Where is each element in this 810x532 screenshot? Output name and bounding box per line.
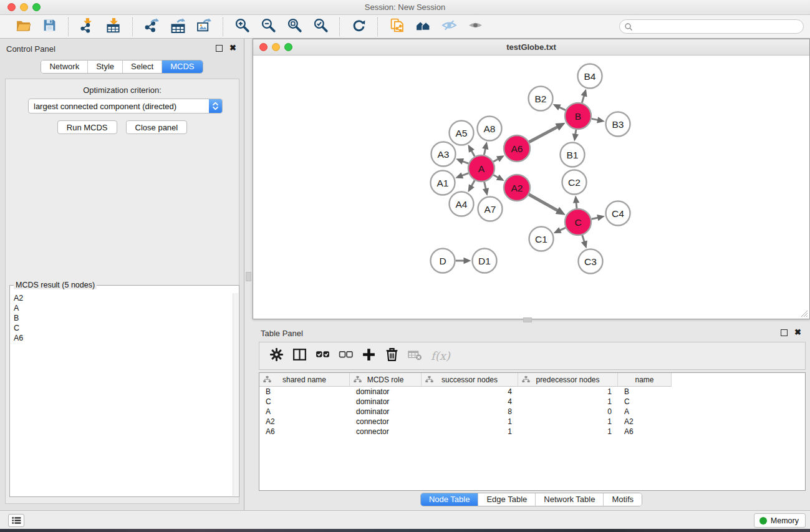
- vertical-splitter-handle[interactable]: [246, 272, 251, 281]
- column-header-predecessor-nodes[interactable]: predecessor nodes: [518, 373, 618, 387]
- deselect-all-columns-button[interactable]: [336, 347, 355, 365]
- cytoscape-application-window: Session: New Session Control Panel ✖ Net…: [0, 0, 810, 532]
- new-network-from-selection-button[interactable]: [387, 17, 406, 36]
- network-canvas[interactable]: B4B2BB3A8A5A6A3B1AC2A1A2A4A7C4CC1C3DD1: [253, 56, 809, 319]
- mcds-result-item[interactable]: C: [11, 323, 232, 333]
- svg-text:A4: A4: [456, 199, 468, 210]
- horizontal-splitter-handle[interactable]: [523, 317, 532, 322]
- import-network-button[interactable]: [78, 17, 97, 36]
- table-row[interactable]: Cdominator41C: [259, 397, 805, 407]
- graph-node-A8[interactable]: A8: [478, 117, 502, 141]
- zoom-fit-button[interactable]: [285, 17, 304, 36]
- graph-node-C[interactable]: C: [565, 209, 591, 235]
- result-scrollbar[interactable]: [233, 293, 238, 496]
- graph-node-A6[interactable]: A6: [504, 135, 530, 162]
- mcds-result-item[interactable]: A: [11, 303, 232, 313]
- first-neighbors-icon: [415, 17, 431, 36]
- export-table-button[interactable]: [168, 17, 187, 36]
- tab-mcds[interactable]: MCDS: [162, 60, 202, 73]
- table-row[interactable]: A6connector11A6: [259, 427, 805, 437]
- mcds-result-item[interactable]: A2: [11, 293, 232, 303]
- tab-node-table[interactable]: Node Table: [421, 493, 478, 506]
- graph-node-A[interactable]: A: [468, 155, 494, 181]
- graph-node-A5[interactable]: A5: [450, 121, 474, 145]
- table-row[interactable]: A2connector11A2: [259, 417, 805, 427]
- control-panel-title: Control Panel: [6, 44, 55, 54]
- optimization-criterion-dropdown[interactable]: largest connected component (directed): [28, 99, 223, 114]
- apply-layout-button[interactable]: [349, 17, 368, 36]
- graph-node-B3[interactable]: B3: [606, 112, 630, 137]
- zoom-out-button[interactable]: [259, 17, 277, 36]
- tab-style[interactable]: Style: [87, 60, 122, 73]
- tab-network-table[interactable]: Network Table: [535, 493, 603, 506]
- graph-node-C1[interactable]: C1: [529, 227, 554, 251]
- table-settings-button[interactable]: [267, 347, 286, 365]
- graph-edge-A2-C: [529, 195, 566, 215]
- float-panel-icon[interactable]: [216, 45, 223, 52]
- optimization-criterion-label: Optimization criterion:: [6, 85, 239, 95]
- mcds-result-item[interactable]: A6: [11, 333, 232, 343]
- table-cell: 0: [518, 407, 618, 417]
- graph-node-C2[interactable]: C2: [562, 170, 587, 195]
- graph-node-C4[interactable]: C4: [606, 201, 630, 226]
- graph-node-A2[interactable]: A2: [504, 175, 530, 201]
- graph-node-A7[interactable]: A7: [478, 197, 503, 221]
- import-table-button[interactable]: [104, 17, 123, 36]
- table-body: Bdominator41BCdominator41CAdominator80AA…: [259, 387, 805, 437]
- resize-grip-icon[interactable]: [799, 309, 808, 317]
- search-box[interactable]: [619, 19, 804, 34]
- tab-network[interactable]: Network: [41, 60, 87, 73]
- graph-node-A3[interactable]: A3: [432, 142, 456, 167]
- mcds-result-item[interactable]: B: [11, 313, 232, 323]
- hide-selected-button[interactable]: [440, 17, 458, 36]
- graph-node-D[interactable]: D: [431, 249, 455, 273]
- select-all-icon: [315, 347, 330, 365]
- close-panel-button[interactable]: Close panel: [126, 120, 188, 134]
- graph-node-B1[interactable]: B1: [561, 143, 585, 167]
- graph-node-B2[interactable]: B2: [529, 87, 553, 111]
- task-history-button[interactable]: [8, 514, 24, 527]
- table-row[interactable]: Bdominator41B: [259, 387, 805, 397]
- gear-icon: [269, 347, 284, 365]
- export-image-button[interactable]: [195, 17, 213, 36]
- delete-column-button[interactable]: [382, 347, 401, 365]
- graph-node-B4[interactable]: B4: [578, 64, 602, 89]
- column-header-MCDS-role[interactable]: MCDS role: [350, 373, 422, 387]
- import-table-icon: [106, 17, 122, 36]
- tab-select[interactable]: Select: [122, 60, 162, 73]
- memory-status-icon: [759, 517, 767, 525]
- search-input[interactable]: [633, 22, 803, 31]
- column-header-successor-nodes[interactable]: successor nodes: [422, 373, 518, 387]
- table-row[interactable]: Adominator80A: [259, 407, 805, 417]
- svg-text:B4: B4: [584, 71, 596, 82]
- list-icon: [12, 516, 21, 525]
- save-session-button[interactable]: [40, 17, 59, 36]
- table-cell: dominator: [350, 387, 422, 397]
- table-float-icon[interactable]: [781, 329, 788, 336]
- select-all-columns-button[interactable]: [313, 347, 332, 365]
- first-neighbors-button[interactable]: [413, 17, 432, 36]
- control-panel: Control Panel ✖ NetworkStyleSelectMCDS O…: [0, 39, 244, 510]
- open-file-button[interactable]: [14, 17, 32, 36]
- memory-button[interactable]: Memory: [754, 513, 806, 528]
- graph-node-A1[interactable]: A1: [431, 171, 455, 195]
- export-network-button[interactable]: [142, 17, 161, 36]
- tab-edge-table[interactable]: Edge Table: [478, 493, 535, 506]
- zoom-in-button[interactable]: [233, 17, 251, 36]
- tab-motifs[interactable]: Motifs: [603, 493, 642, 506]
- graph-node-D1[interactable]: D1: [473, 249, 497, 273]
- graph-node-A4[interactable]: A4: [450, 192, 474, 216]
- table-close-icon[interactable]: ✖: [794, 327, 801, 337]
- graph-node-C3[interactable]: C3: [579, 249, 603, 274]
- column-header-name[interactable]: name: [618, 373, 672, 387]
- create-column-button[interactable]: [359, 347, 378, 365]
- graph-node-B[interactable]: B: [565, 103, 591, 129]
- zoom-selected-button[interactable]: [311, 17, 330, 36]
- column-header-shared-name[interactable]: shared name: [259, 373, 350, 387]
- graph-edge-C-C1: [554, 227, 566, 233]
- export-table-icon: [170, 17, 186, 36]
- run-mcds-button[interactable]: Run MCDS: [57, 120, 117, 134]
- show-column-panel-button[interactable]: [290, 347, 309, 365]
- close-panel-icon[interactable]: ✖: [229, 43, 236, 52]
- zoom-fit-icon: [287, 17, 302, 36]
